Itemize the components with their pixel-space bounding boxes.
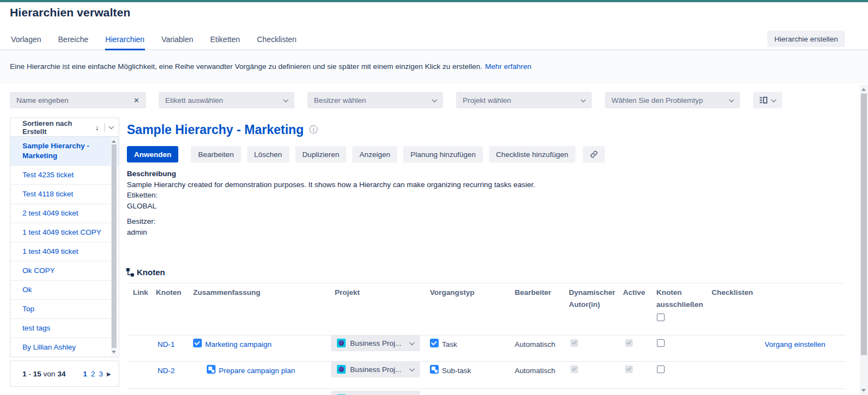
tab-etiketten[interactable]: Etiketten [209,33,240,50]
page: Hierarchien verwalten Hierarchie erstell… [0,0,868,395]
node-id-link[interactable]: ND-2 [158,367,175,375]
exclude-node-checkbox[interactable] [657,365,665,373]
scroll-up-icon[interactable] [112,140,116,143]
tab-vorlagen[interactable]: Vorlagen [10,33,42,50]
issuetype-filter-select[interactable]: Wählen Sie den Problemtyp [605,92,740,108]
show-button[interactable]: Anzeigen [352,146,397,162]
page-1[interactable]: 1 [83,370,88,378]
apply-button[interactable]: Anwenden [127,146,178,162]
project-filter-select[interactable]: Projekt wählen [456,92,592,108]
list-item[interactable]: 1 test 4049 ticket COPY [10,223,119,242]
list-item[interactable]: Ok [10,281,119,300]
clear-icon[interactable]: ✕ [129,96,139,104]
subtask-icon [207,365,215,374]
sort-label: Sortieren nach Erstellt [22,119,92,136]
action-bar: Anwenden Bearbeiten Löschen Duplizieren … [127,146,605,162]
learn-more-link[interactable]: Mehr erfahren [485,62,532,71]
project-name: Business Proj... [350,339,406,347]
col-link: Link [133,287,148,299]
view-layout-button[interactable] [753,92,782,108]
tab-checklisten[interactable]: Checklisten [257,33,297,50]
exclude-all-checkbox[interactable] [657,313,665,321]
divider [104,123,105,132]
col-knoten: Knoten [156,287,182,299]
sort-direction-icon[interactable]: ↓ [95,123,99,132]
intro-banner: Eine Hierarchie ist eine einfache Möglic… [0,50,868,83]
scroll-down-icon[interactable] [861,389,866,392]
chevron-down-icon [771,97,777,102]
project-select[interactable]: Business Proj... [331,361,420,377]
duplicate-button[interactable]: Duplizieren [295,146,347,162]
add-checklist-button[interactable]: Checkliste hinzufügen [489,146,575,162]
col-dynamischer-autor: Dynamischer Autor(in) [569,287,619,311]
list-item-selected[interactable]: Sample Hierarchy - Marketing [10,137,119,166]
scrollbar-thumb[interactable] [861,94,867,355]
add-planning-button[interactable]: Planung hinzufügen [403,146,482,162]
owner-filter-select[interactable]: Besitzer wählen [307,92,443,108]
edit-button[interactable]: Bearbeiten [191,146,241,162]
project-select[interactable]: Business Proj... [331,335,420,351]
list-item[interactable]: Top [10,300,119,319]
project-filter-placeholder: Projekt wählen [463,96,581,104]
list-item[interactable]: 2 test 4049 ticket [10,204,119,223]
nodes-heading: Knoten [137,268,165,277]
page-title: Hierarchien verwalten [10,6,130,19]
nodes-section-header: Knoten [126,268,165,277]
row-divider [127,388,845,389]
issuetype-label: Task [442,340,457,348]
next-page-icon[interactable]: ▶ [107,371,111,377]
scroll-down-icon[interactable] [112,351,116,353]
tab-hierarchien[interactable]: Hierarchien [105,33,145,50]
name-filter-input[interactable] [16,96,129,104]
summary-link[interactable]: Marketing campaign [205,340,272,348]
row-divider [127,361,845,362]
col-checklisten: Checklisten [712,287,753,299]
row-divider [127,335,845,335]
col-knoten-ausschliessen: Knoten ausschließen [656,287,708,311]
list-item[interactable]: By Lillian Ashley [10,338,119,357]
scroll-up-icon[interactable] [861,88,866,91]
page-2[interactable]: 2 [91,370,95,378]
list-item[interactable]: Test 4118 ticket [10,185,119,204]
chevron-down-icon [729,97,735,102]
col-projekt: Projekt [335,287,360,299]
chevron-down-icon [410,366,415,371]
list-item[interactable]: test tags [10,319,119,338]
list-item[interactable]: Ok COPY [10,262,119,281]
chevron-down-icon[interactable] [109,124,114,129]
pagination: 1 - 15 von 34 1 2 3 ▶ [10,361,119,387]
owner-label: Besitzer: [127,216,663,227]
delete-button[interactable]: Löschen [247,146,289,162]
list-scrollbar[interactable] [111,138,117,356]
page-3[interactable]: 3 [99,370,103,378]
dynamic-author-checkbox [570,339,578,347]
summary-link[interactable]: Prepare campaign plan [219,367,295,375]
list-item[interactable]: 1 test 4049 ticket [10,242,119,262]
sort-header[interactable]: Sortieren nach Erstellt ↓ [10,118,119,137]
info-icon[interactable]: ⓘ [309,124,318,136]
description-text: Sample Hierarchy created for demonstrati… [127,179,663,190]
label-filter-select[interactable]: Etikett auswählen [159,92,294,108]
tab-bereiche[interactable]: Bereiche [57,33,89,50]
assignee-value: Automatisch [515,340,555,348]
tab-variablen[interactable]: Variablen [161,33,194,50]
assignee-value: Automatisch [515,367,555,375]
project-select[interactable] [331,391,420,395]
set-issue-link[interactable]: Vorgang einstellen [765,340,825,348]
labels-label: Etiketten: [127,190,663,201]
col-active: Active [623,287,645,299]
chevron-down-icon [581,97,586,102]
task-icon [430,339,439,347]
list-item[interactable]: Test 4235 ticket [10,166,119,185]
copy-link-button[interactable] [583,146,605,162]
exclude-node-checkbox[interactable] [657,339,665,347]
issuetype-filter-placeholder: Wählen Sie den Problemtyp [611,96,730,104]
hierarchy-list: Sample Hierarchy - Marketing Test 4235 t… [10,137,119,357]
pagination-range: 1 - 15 von 34 [22,370,66,378]
chevron-down-icon [410,340,415,345]
page-scrollbar[interactable] [860,85,868,395]
node-id-link[interactable]: ND-1 [158,340,175,348]
detail-header: Sample Hierarchy - Marketing ⓘ [127,123,318,137]
scrollbar-thumb[interactable] [112,144,116,348]
hierarchy-title: Sample Hierarchy - Marketing [127,123,304,137]
